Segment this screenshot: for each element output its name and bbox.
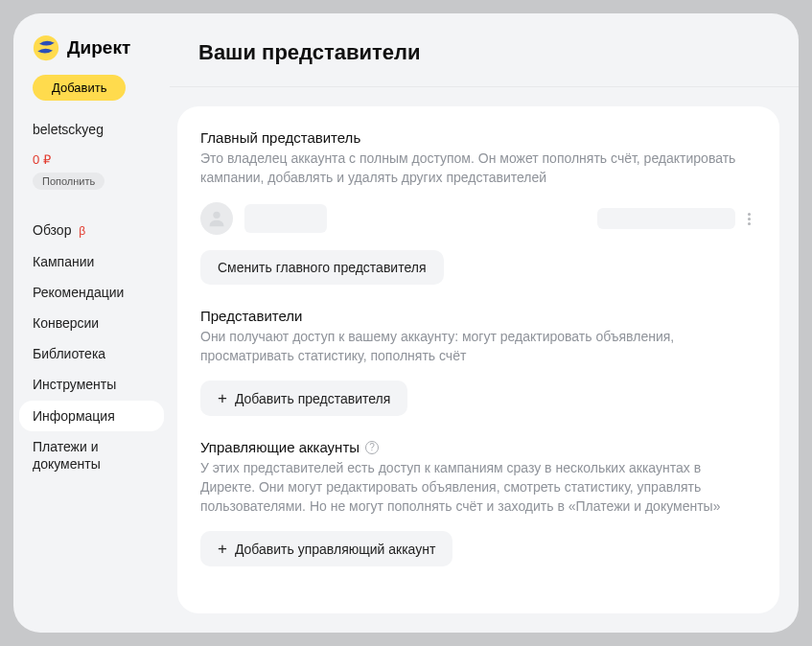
username[interactable]: beletsckyeg (13, 112, 170, 147)
nav-label: Кампании (33, 254, 94, 269)
nav-label: Конверсии (33, 315, 99, 331)
main: Ваши представители Главный представитель… (170, 13, 799, 633)
nav-label: Рекомендации (33, 285, 124, 300)
section-main-rep: Главный представитель Это владелец аккау… (200, 129, 756, 285)
plus-icon: + (218, 541, 227, 557)
balance-block: 0 ₽ Пополнить (13, 147, 170, 194)
page-header: Ваши представители (170, 13, 799, 87)
nav-information[interactable]: Информация (19, 401, 164, 431)
main-rep-row (200, 202, 756, 235)
section-title: Управляющие аккаунты ? (200, 439, 756, 455)
topup-button[interactable]: Пополнить (33, 173, 104, 190)
nav-label: Информация (33, 408, 115, 424)
page-title: Ваши представители (198, 40, 770, 65)
sidebar-nav: Обзор β Кампании Рекомендации Конверсии … (13, 215, 170, 479)
nav-label: Инструменты (33, 377, 116, 392)
rep-email-placeholder (597, 208, 735, 229)
svg-point-1 (213, 212, 220, 219)
svg-point-0 (34, 35, 58, 60)
nav-recommendations[interactable]: Рекомендации (13, 277, 170, 308)
section-desc: Они получают доступ к вашему аккаунту: м… (200, 328, 737, 365)
section-managing: Управляющие аккаунты ? У этих представит… (200, 439, 756, 566)
button-label: Сменить главного представителя (218, 260, 427, 275)
beta-badge: β (79, 224, 85, 238)
kebab-menu-icon[interactable] (744, 209, 754, 229)
add-managing-account-button[interactable]: + Добавить управляющий аккаунт (200, 531, 452, 566)
nav-label: Обзор (33, 222, 71, 238)
nav-campaigns[interactable]: Кампании (13, 246, 170, 277)
direct-logo-icon (33, 35, 59, 61)
app-name: Директ (67, 37, 130, 58)
nav-payments[interactable]: Платежи и документы (13, 431, 170, 479)
sidebar: Директ Добавить beletsckyeg 0 ₽ Пополнит… (13, 13, 170, 633)
section-title-text: Управляющие аккаунты (200, 439, 360, 455)
nav-label: Библиотека (33, 346, 105, 361)
section-reps: Представители Они получают доступ к ваше… (200, 308, 756, 416)
app-window: Директ Добавить beletsckyeg 0 ₽ Пополнит… (13, 13, 799, 633)
avatar (200, 202, 233, 235)
help-icon[interactable]: ? (365, 441, 379, 454)
section-title: Главный представитель (200, 129, 756, 146)
nav-library[interactable]: Библиотека (13, 338, 170, 369)
balance-value: 0 ₽ (33, 152, 151, 167)
content-card: Главный представитель Это владелец аккау… (177, 106, 779, 613)
nav-overview[interactable]: Обзор β (13, 215, 170, 246)
change-main-rep-button[interactable]: Сменить главного представителя (200, 250, 444, 285)
button-label: Добавить представителя (235, 391, 390, 406)
nav-conversions[interactable]: Конверсии (13, 308, 170, 338)
section-desc: У этих представителей есть доступ к камп… (200, 459, 737, 516)
section-desc: Это владелец аккаунта с полным доступом.… (200, 150, 737, 187)
plus-icon: + (218, 390, 227, 406)
add-button[interactable]: Добавить (33, 75, 126, 101)
rep-name-placeholder (244, 204, 327, 233)
section-title: Представители (200, 308, 756, 324)
button-label: Добавить управляющий аккаунт (235, 542, 435, 557)
add-rep-button[interactable]: + Добавить представителя (200, 381, 407, 416)
nav-tools[interactable]: Инструменты (13, 369, 170, 400)
nav-label: Платежи и документы (33, 439, 101, 472)
logo[interactable]: Директ (13, 35, 170, 75)
